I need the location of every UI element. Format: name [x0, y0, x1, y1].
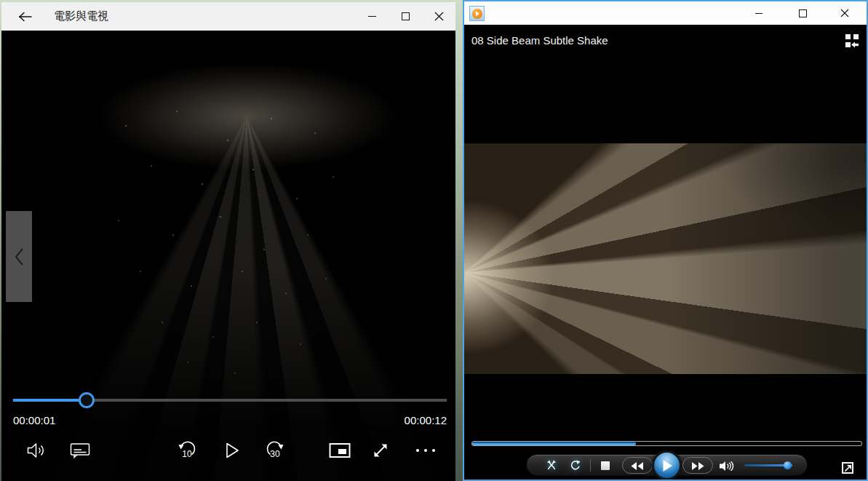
player-area: 08 Side Beam Subtle Shake	[464, 25, 867, 480]
shuffle-icon[interactable]	[546, 460, 558, 471]
more-icon[interactable]	[410, 436, 442, 465]
minimize-icon[interactable]	[744, 1, 773, 25]
seek-bar[interactable]	[13, 399, 447, 402]
volume-slider[interactable]	[744, 464, 792, 466]
seek-progress	[472, 442, 636, 445]
titlebar	[464, 1, 867, 25]
repeat-icon[interactable]	[569, 460, 581, 471]
captions-icon[interactable]	[64, 436, 96, 465]
light-rays-video-frame	[1, 31, 455, 481]
fullscreen-icon[interactable]	[842, 462, 853, 474]
mute-icon[interactable]	[718, 460, 734, 472]
minimize-icon[interactable]	[355, 2, 389, 31]
svg-text:10: 10	[182, 449, 192, 459]
maximize-icon[interactable]	[389, 2, 422, 31]
now-playing-title: 08 Side Beam Subtle Shake	[471, 34, 608, 47]
fast-forward-icon[interactable]	[682, 457, 713, 474]
back-arrow-icon[interactable]	[15, 8, 36, 25]
wmp-window: 08 Side Beam Subtle Shake	[463, 0, 868, 481]
rewind-icon[interactable]	[622, 457, 653, 474]
video-frame	[464, 143, 867, 374]
wmp-app-icon	[469, 6, 485, 21]
switch-to-library-icon[interactable]	[845, 33, 859, 48]
close-icon[interactable]	[422, 2, 455, 31]
mini-player-icon[interactable]	[324, 436, 356, 465]
volume-icon[interactable]	[20, 436, 52, 465]
titlebar: 電影與電視	[1, 2, 455, 31]
fullscreen-icon[interactable]	[365, 436, 397, 465]
seek-progress	[13, 399, 87, 402]
transport-controls	[526, 454, 808, 476]
divider	[590, 459, 591, 472]
volume-level	[744, 464, 790, 466]
elapsed-time: 00:00:01	[13, 414, 55, 426]
volume-thumb[interactable]	[784, 461, 792, 469]
svg-text:30: 30	[270, 449, 280, 459]
seek-bar[interactable]	[471, 441, 862, 446]
window-title: 電影與電視	[54, 2, 108, 31]
stop-icon[interactable]	[601, 461, 610, 470]
movies-tv-window: 電影與電視 00:00:01 00:00:12 10	[1, 2, 455, 481]
close-icon[interactable]	[830, 1, 859, 25]
skip-forward-30-icon[interactable]: 30	[259, 436, 291, 465]
maximize-icon[interactable]	[788, 1, 817, 25]
side-beam-video-frame	[464, 143, 867, 374]
skip-back-10-icon[interactable]: 10	[171, 436, 203, 465]
chevron-left-icon[interactable]	[6, 211, 32, 302]
dust-particles	[1, 31, 3, 32]
play-icon[interactable]	[215, 436, 247, 465]
video-area	[1, 31, 455, 481]
total-time: 00:00:12	[405, 414, 447, 426]
play-icon[interactable]	[652, 450, 682, 480]
